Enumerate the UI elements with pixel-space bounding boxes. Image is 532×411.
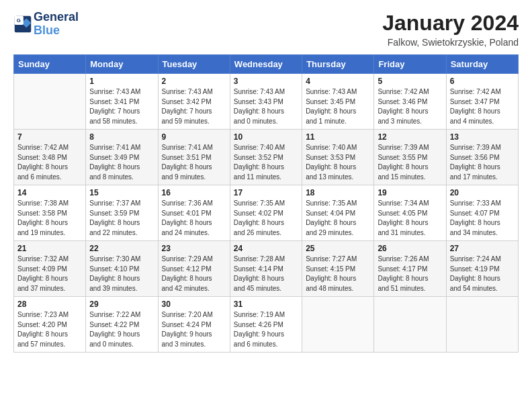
day-number: 14 bbox=[17, 188, 82, 197]
calendar-week-3: 14Sunrise: 7:38 AM Sunset: 3:58 PM Dayli… bbox=[14, 185, 519, 241]
day-number: 28 bbox=[17, 300, 82, 309]
title-block: January 2024 Falkow, Swietokrzyskie, Pol… bbox=[382, 11, 519, 48]
header-day-friday: Friday bbox=[374, 55, 446, 74]
day-number: 10 bbox=[234, 132, 298, 142]
calendar-cell: 28Sunrise: 7:23 AM Sunset: 4:20 PM Dayli… bbox=[14, 297, 86, 353]
day-number: 13 bbox=[450, 132, 515, 142]
day-number: 4 bbox=[306, 77, 370, 86]
calendar-cell: 24Sunrise: 7:28 AM Sunset: 4:14 PM Dayli… bbox=[230, 241, 302, 297]
day-info: Sunrise: 7:35 AM Sunset: 4:02 PM Dayligh… bbox=[234, 199, 298, 238]
day-info: Sunrise: 7:42 AM Sunset: 3:46 PM Dayligh… bbox=[378, 87, 442, 126]
day-number: 1 bbox=[89, 77, 154, 86]
logo-icon: G bbox=[13, 15, 32, 34]
day-info: Sunrise: 7:43 AM Sunset: 3:42 PM Dayligh… bbox=[162, 87, 226, 126]
header-day-sunday: Sunday bbox=[14, 55, 86, 74]
day-info: Sunrise: 7:40 AM Sunset: 3:52 PM Dayligh… bbox=[234, 143, 298, 182]
calendar-cell: 23Sunrise: 7:29 AM Sunset: 4:12 PM Dayli… bbox=[158, 241, 230, 297]
calendar-cell: 19Sunrise: 7:34 AM Sunset: 4:05 PM Dayli… bbox=[374, 185, 446, 241]
calendar-cell bbox=[14, 74, 86, 130]
calendar-cell bbox=[374, 297, 446, 353]
day-number: 2 bbox=[162, 77, 226, 86]
calendar-cell: 21Sunrise: 7:32 AM Sunset: 4:09 PM Dayli… bbox=[14, 241, 86, 297]
day-number: 18 bbox=[306, 188, 370, 197]
day-info: Sunrise: 7:43 AM Sunset: 3:45 PM Dayligh… bbox=[306, 87, 370, 126]
day-number: 12 bbox=[378, 132, 442, 142]
day-info: Sunrise: 7:34 AM Sunset: 4:05 PM Dayligh… bbox=[378, 199, 442, 238]
day-info: Sunrise: 7:42 AM Sunset: 3:48 PM Dayligh… bbox=[17, 143, 82, 182]
calendar-cell: 31Sunrise: 7:19 AM Sunset: 4:26 PM Dayli… bbox=[230, 297, 302, 353]
day-number: 20 bbox=[450, 188, 515, 197]
calendar-cell: 4Sunrise: 7:43 AM Sunset: 3:45 PM Daylig… bbox=[302, 74, 374, 130]
calendar-title: January 2024 bbox=[382, 11, 519, 36]
calendar-cell: 25Sunrise: 7:27 AM Sunset: 4:15 PM Dayli… bbox=[302, 241, 374, 297]
calendar-cell: 26Sunrise: 7:26 AM Sunset: 4:17 PM Dayli… bbox=[374, 241, 446, 297]
calendar-cell: 11Sunrise: 7:40 AM Sunset: 3:53 PM Dayli… bbox=[302, 130, 374, 185]
day-number: 6 bbox=[450, 77, 515, 86]
day-info: Sunrise: 7:35 AM Sunset: 4:04 PM Dayligh… bbox=[306, 199, 370, 238]
day-number: 15 bbox=[89, 188, 154, 197]
day-number: 21 bbox=[17, 244, 82, 253]
day-info: Sunrise: 7:20 AM Sunset: 4:24 PM Dayligh… bbox=[162, 310, 226, 349]
calendar-table: SundayMondayTuesdayWednesdayThursdayFrid… bbox=[13, 54, 519, 353]
day-number: 22 bbox=[89, 244, 154, 253]
day-number: 11 bbox=[306, 132, 370, 142]
day-number: 26 bbox=[378, 244, 442, 253]
day-info: Sunrise: 7:29 AM Sunset: 4:12 PM Dayligh… bbox=[162, 255, 226, 293]
calendar-week-1: 1Sunrise: 7:43 AM Sunset: 3:41 PM Daylig… bbox=[14, 74, 519, 130]
calendar-cell: 16Sunrise: 7:36 AM Sunset: 4:01 PM Dayli… bbox=[158, 185, 230, 241]
day-info: Sunrise: 7:41 AM Sunset: 3:49 PM Dayligh… bbox=[89, 143, 154, 182]
calendar-cell: 12Sunrise: 7:39 AM Sunset: 3:55 PM Dayli… bbox=[374, 130, 446, 185]
calendar-cell: 18Sunrise: 7:35 AM Sunset: 4:04 PM Dayli… bbox=[302, 185, 374, 241]
page-container: G GeneralBlue January 2024 Falkow, Swiet… bbox=[0, 0, 532, 359]
header-day-tuesday: Tuesday bbox=[158, 55, 230, 74]
day-number: 30 bbox=[162, 300, 226, 309]
calendar-cell: 15Sunrise: 7:37 AM Sunset: 3:59 PM Dayli… bbox=[86, 185, 158, 241]
calendar-cell: 8Sunrise: 7:41 AM Sunset: 3:49 PM Daylig… bbox=[86, 130, 158, 185]
svg-text:G: G bbox=[17, 17, 21, 24]
calendar-subtitle: Falkow, Swietokrzyskie, Poland bbox=[382, 37, 519, 48]
calendar-cell: 2Sunrise: 7:43 AM Sunset: 3:42 PM Daylig… bbox=[158, 74, 230, 130]
calendar-cell: 6Sunrise: 7:42 AM Sunset: 3:47 PM Daylig… bbox=[446, 74, 518, 130]
day-number: 5 bbox=[378, 77, 442, 86]
logo: G GeneralBlue bbox=[13, 11, 79, 38]
day-number: 8 bbox=[89, 132, 154, 142]
calendar-cell: 13Sunrise: 7:39 AM Sunset: 3:56 PM Dayli… bbox=[446, 130, 518, 185]
day-number: 29 bbox=[89, 300, 154, 309]
calendar-cell: 3Sunrise: 7:43 AM Sunset: 3:43 PM Daylig… bbox=[230, 74, 302, 130]
calendar-cell: 5Sunrise: 7:42 AM Sunset: 3:46 PM Daylig… bbox=[374, 74, 446, 130]
day-number: 25 bbox=[306, 244, 370, 253]
day-number: 7 bbox=[17, 132, 82, 142]
day-number: 27 bbox=[450, 244, 515, 253]
calendar-cell: 30Sunrise: 7:20 AM Sunset: 4:24 PM Dayli… bbox=[158, 297, 230, 353]
day-info: Sunrise: 7:26 AM Sunset: 4:17 PM Dayligh… bbox=[378, 255, 442, 293]
header-day-wednesday: Wednesday bbox=[230, 55, 302, 74]
day-info: Sunrise: 7:36 AM Sunset: 4:01 PM Dayligh… bbox=[162, 199, 226, 238]
day-number: 31 bbox=[234, 300, 298, 309]
day-info: Sunrise: 7:41 AM Sunset: 3:51 PM Dayligh… bbox=[162, 143, 226, 182]
calendar-week-4: 21Sunrise: 7:32 AM Sunset: 4:09 PM Dayli… bbox=[14, 241, 519, 297]
calendar-week-5: 28Sunrise: 7:23 AM Sunset: 4:20 PM Dayli… bbox=[14, 297, 519, 353]
day-number: 16 bbox=[162, 188, 226, 197]
calendar-cell: 14Sunrise: 7:38 AM Sunset: 3:58 PM Dayli… bbox=[14, 185, 86, 241]
day-info: Sunrise: 7:43 AM Sunset: 3:43 PM Dayligh… bbox=[234, 87, 298, 126]
calendar-cell: 22Sunrise: 7:30 AM Sunset: 4:10 PM Dayli… bbox=[86, 241, 158, 297]
day-info: Sunrise: 7:39 AM Sunset: 3:55 PM Dayligh… bbox=[378, 143, 442, 182]
calendar-cell: 27Sunrise: 7:24 AM Sunset: 4:19 PM Dayli… bbox=[446, 241, 518, 297]
day-number: 23 bbox=[162, 244, 226, 253]
day-info: Sunrise: 7:37 AM Sunset: 3:59 PM Dayligh… bbox=[89, 199, 154, 238]
day-number: 17 bbox=[234, 188, 298, 197]
calendar-cell: 1Sunrise: 7:43 AM Sunset: 3:41 PM Daylig… bbox=[86, 74, 158, 130]
day-info: Sunrise: 7:43 AM Sunset: 3:41 PM Dayligh… bbox=[89, 87, 154, 126]
day-info: Sunrise: 7:33 AM Sunset: 4:07 PM Dayligh… bbox=[450, 199, 515, 238]
day-info: Sunrise: 7:32 AM Sunset: 4:09 PM Dayligh… bbox=[17, 255, 82, 293]
calendar-cell: 20Sunrise: 7:33 AM Sunset: 4:07 PM Dayli… bbox=[446, 185, 518, 241]
day-info: Sunrise: 7:39 AM Sunset: 3:56 PM Dayligh… bbox=[450, 143, 515, 182]
day-number: 24 bbox=[234, 244, 298, 253]
logo-text: GeneralBlue bbox=[34, 11, 79, 38]
header-day-monday: Monday bbox=[86, 55, 158, 74]
day-info: Sunrise: 7:38 AM Sunset: 3:58 PM Dayligh… bbox=[17, 199, 82, 238]
calendar-cell bbox=[302, 297, 374, 353]
day-info: Sunrise: 7:28 AM Sunset: 4:14 PM Dayligh… bbox=[234, 255, 298, 293]
day-number: 19 bbox=[378, 188, 442, 197]
calendar-cell bbox=[446, 297, 518, 353]
